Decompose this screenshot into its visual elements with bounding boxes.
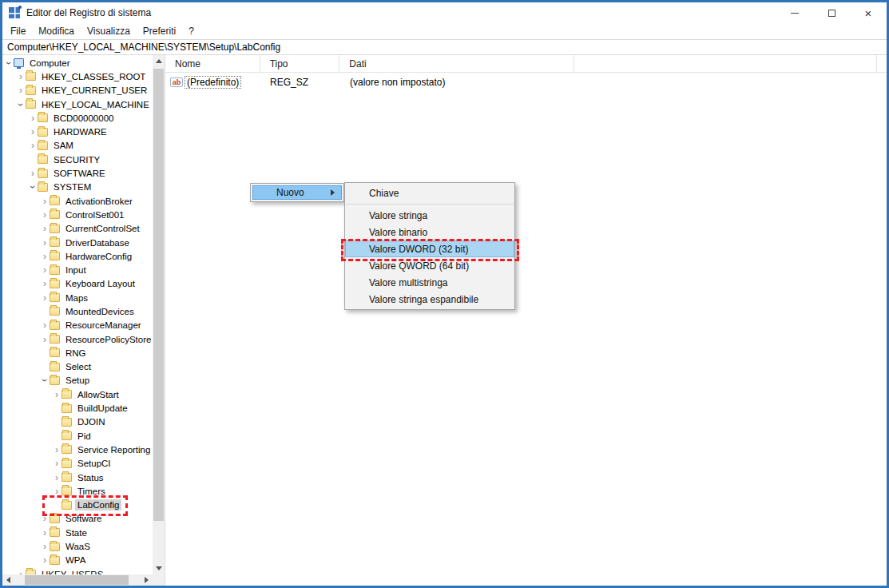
- tree-item-computer[interactable]: ›Computer: [4, 56, 151, 70]
- expand-chevron-icon[interactable]: ›: [40, 224, 50, 233]
- expand-chevron-icon[interactable]: ›: [52, 390, 62, 399]
- tree-item-hardware[interactable]: ›HARDWARE: [4, 125, 151, 138]
- value-row-predefinito[interactable]: ab(Predefinito)REG_SZ(valore non imposta…: [165, 74, 887, 89]
- tree-item-software[interactable]: ›SOFTWARE: [4, 166, 151, 180]
- expand-chevron-icon[interactable]: ›: [52, 445, 62, 455]
- scroll-left-button[interactable]: [2, 574, 14, 586]
- expand-chevron-icon[interactable]: ›: [40, 514, 50, 523]
- tree-item-hkey-classes-root[interactable]: ›HKEY_CLASSES_ROOT: [4, 70, 151, 83]
- menu-item-valore-multistringa[interactable]: Valore multistringa: [345, 274, 514, 291]
- column-header-dati[interactable]: Dati: [339, 55, 574, 72]
- tree-item-state[interactable]: ›State: [4, 526, 151, 539]
- menu-item-valore-binario[interactable]: Valore binario: [345, 224, 514, 240]
- tree-item-currentcontrolset[interactable]: ›CurrentControlSet: [4, 222, 151, 236]
- tree-item-controlset001[interactable]: ›ControlSet001: [4, 208, 151, 221]
- scroll-up-button[interactable]: [153, 55, 165, 67]
- expand-chevron-icon[interactable]: ›: [28, 141, 38, 150]
- tree-item-label: ResourcePolicyStore: [63, 334, 151, 345]
- collapse-chevron-icon[interactable]: ›: [16, 100, 26, 109]
- tree-item-label: Software: [63, 513, 104, 524]
- tree-item-resourcemanager[interactable]: ›ResourceManager: [4, 319, 151, 332]
- expand-chevron-icon[interactable]: ›: [40, 528, 50, 538]
- expand-chevron-icon[interactable]: ›: [40, 542, 50, 551]
- tree-item-software[interactable]: ›Software: [4, 512, 151, 526]
- tree-item-djoin[interactable]: DJOIN: [4, 415, 151, 429]
- address-bar[interactable]: Computer\HKEY_LOCAL_MACHINE\SYSTEM\Setup…: [2, 39, 887, 55]
- tree-item-bcd00000000[interactable]: ›BCD00000000: [4, 111, 151, 125]
- tree-item-hardwareconfig[interactable]: ›HardwareConfig: [4, 249, 151, 263]
- tree-item-rng[interactable]: RNG: [4, 346, 151, 360]
- tree-item-input[interactable]: ›Input: [4, 263, 151, 276]
- vertical-scroll-thumb[interactable]: [153, 69, 164, 521]
- tree-item-keyboard-layout[interactable]: ›Keyboard Layout: [4, 277, 151, 291]
- expand-chevron-icon[interactable]: ›: [40, 293, 50, 303]
- menubar-item-file[interactable]: File: [4, 24, 32, 38]
- collapse-chevron-icon[interactable]: ›: [40, 375, 50, 385]
- tree-item-hkey-users[interactable]: ›HKEY_USERS: [4, 567, 151, 574]
- tree-item-wpa[interactable]: ›WPA: [4, 554, 151, 567]
- expand-chevron-icon[interactable]: ›: [52, 473, 62, 483]
- expand-chevron-icon[interactable]: ›: [40, 555, 50, 565]
- tree-item-mounteddevices[interactable]: MountedDevices: [4, 304, 151, 318]
- column-header-nome[interactable]: Nome: [165, 55, 260, 72]
- tree-item-status[interactable]: ›Status: [4, 471, 151, 484]
- menubar-item-preferiti[interactable]: Preferiti: [137, 24, 182, 38]
- menu-item-nuovo[interactable]: Nuovo: [252, 185, 342, 200]
- menu-item-valore-qword-64-bit[interactable]: Valore QWORD (64 bit): [345, 257, 514, 274]
- scroll-right-button[interactable]: [141, 574, 153, 586]
- tree-item-label: Setup: [63, 375, 92, 386]
- expand-chevron-icon[interactable]: ›: [16, 85, 26, 95]
- collapse-chevron-icon[interactable]: ›: [28, 182, 38, 192]
- expand-chevron-icon[interactable]: ›: [40, 279, 50, 288]
- expand-chevron-icon[interactable]: ›: [40, 252, 50, 261]
- tree-item-driverdatabase[interactable]: ›DriverDatabase: [4, 236, 151, 249]
- expand-chevron-icon[interactable]: ›: [40, 197, 50, 206]
- tree-item-timers[interactable]: ›Timers: [4, 484, 151, 498]
- expand-chevron-icon[interactable]: ›: [40, 238, 50, 248]
- tree-item-sam[interactable]: ›SAM: [4, 139, 151, 153]
- menu-item-valore-stringa[interactable]: Valore stringa: [345, 207, 514, 224]
- close-button[interactable]: ×: [850, 2, 887, 23]
- menu-item-valore-dword-32-bit[interactable]: Valore DWORD (32 bit): [345, 240, 514, 257]
- tree-item-security[interactable]: SECURITY: [4, 153, 151, 166]
- menubar-item-visualizza[interactable]: Visualizza: [81, 24, 137, 38]
- tree-vertical-scrollbar[interactable]: [153, 55, 165, 574]
- tree-item-hkey-local-machine[interactable]: ›HKEY_LOCAL_MACHINE: [4, 97, 151, 111]
- tree-item-setup[interactable]: ›Setup: [4, 374, 151, 387]
- minimize-button[interactable]: [776, 2, 813, 23]
- tree-item-activationbroker[interactable]: ›ActivationBroker: [4, 194, 151, 208]
- tree-item-pid[interactable]: Pid: [4, 429, 151, 443]
- tree-item-resourcepolicystore[interactable]: ›ResourcePolicyStore: [4, 332, 151, 346]
- menu-item-valore-stringa-espandibile[interactable]: Valore stringa espandibile: [345, 291, 514, 308]
- tree-item-select[interactable]: Select: [4, 360, 151, 374]
- tree-item-buildupdate[interactable]: BuildUpdate: [4, 401, 151, 415]
- menubar-item-modifica[interactable]: Modifica: [32, 24, 81, 38]
- menubar-item-help[interactable]: ?: [182, 24, 200, 38]
- tree-item-allowstart[interactable]: ›AllowStart: [4, 387, 151, 401]
- expand-chevron-icon[interactable]: ›: [40, 210, 50, 220]
- scroll-down-button[interactable]: [153, 562, 165, 574]
- expand-chevron-icon[interactable]: ›: [28, 127, 38, 137]
- menu-item-chiave[interactable]: Chiave: [345, 185, 514, 201]
- collapse-chevron-icon[interactable]: ›: [4, 58, 14, 68]
- tree-item-service-reporting-ap[interactable]: ›Service Reporting AP: [4, 443, 151, 456]
- expand-chevron-icon[interactable]: ›: [28, 113, 38, 123]
- expand-chevron-icon[interactable]: ›: [52, 487, 62, 496]
- expand-chevron-icon[interactable]: ›: [16, 72, 26, 81]
- expand-chevron-icon[interactable]: ›: [52, 459, 62, 468]
- tree-item-waas[interactable]: ›WaaS: [4, 539, 151, 553]
- tree-item-hkey-current-user[interactable]: ›HKEY_CURRENT_USER: [4, 84, 151, 97]
- expand-chevron-icon[interactable]: ›: [40, 335, 50, 344]
- tree-item-label: HKEY_CURRENT_USER: [39, 85, 149, 96]
- tree-item-labconfig[interactable]: LabConfig: [4, 499, 151, 512]
- expand-chevron-icon[interactable]: ›: [40, 265, 50, 275]
- tree-horizontal-scrollbar[interactable]: [2, 574, 165, 586]
- maximize-button[interactable]: [813, 2, 850, 23]
- expand-chevron-icon[interactable]: ›: [40, 320, 50, 330]
- tree-item-maps[interactable]: ›Maps: [4, 291, 151, 304]
- horizontal-scroll-thumb[interactable]: [25, 575, 129, 585]
- expand-chevron-icon[interactable]: ›: [28, 169, 38, 178]
- column-header-tipo[interactable]: Tipo: [260, 55, 340, 72]
- tree-item-setupci[interactable]: ›SetupCI: [4, 457, 151, 471]
- tree-item-system[interactable]: ›SYSTEM: [4, 181, 151, 194]
